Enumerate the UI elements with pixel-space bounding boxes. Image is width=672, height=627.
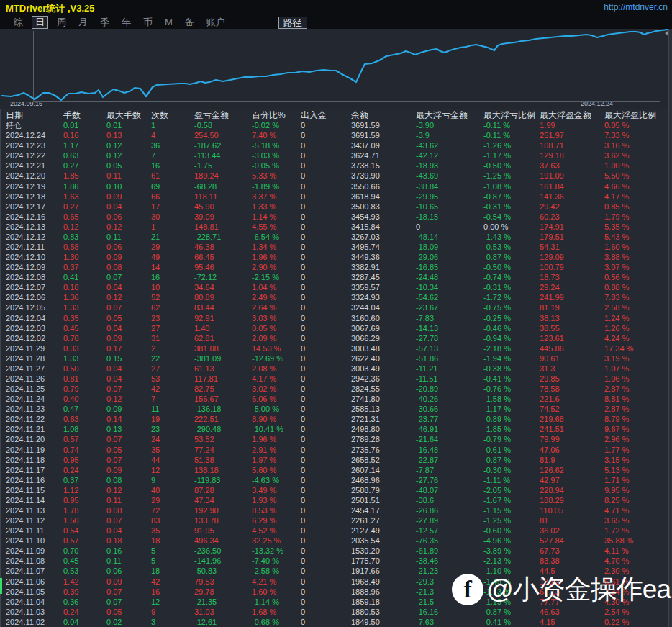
cell-max-float-profit: 90.61 xyxy=(540,353,604,364)
table-row[interactable]: 2024.11.230.470.0911-136.18-5.00 %02585.… xyxy=(1,404,672,414)
table-row[interactable]: 2024.12.130.120.121148.814.55 %03415.840… xyxy=(1,222,672,232)
cell-date: 2024.12.11 xyxy=(6,242,63,252)
table-row[interactable]: 2024.11.100.570.1818496.3432.25 %02035.5… xyxy=(1,536,672,546)
cell-max-lots: 0.06 xyxy=(106,242,151,252)
table-row[interactable]: 2024.12.030.450.04271.400.05 %03067.69-1… xyxy=(1,323,672,333)
table-row[interactable]: 2024.12.080.410.0716-72.12-2.15 %03287.4… xyxy=(1,272,672,282)
table-row[interactable]: 2024.12.101.300.094966.451.96 %03449.36-… xyxy=(1,252,672,262)
table-row[interactable]: 2024.11.170.240.0912138.185.60 %02607.14… xyxy=(1,465,672,475)
cell-balance: 3500.83 xyxy=(351,202,416,212)
cell-pnl: 496.34 xyxy=(194,536,252,546)
site-link[interactable]: http://mtdriver.cn xyxy=(604,2,668,12)
cell-max-float-loss: -57.13 xyxy=(416,343,483,353)
table-row[interactable]: 2024.11.260.810.0453117.814.17 %02942.36… xyxy=(1,374,672,384)
right-scrollbar[interactable] xyxy=(668,29,672,627)
cell-max-lots: 0.07 xyxy=(106,272,151,282)
table-row[interactable]: 2024.12.160.650.063039.091.14 %03454.93-… xyxy=(1,212,672,222)
menu-item-zhanghu[interactable]: 账户 xyxy=(203,16,229,29)
cell-pnl: 77.24 xyxy=(194,445,252,455)
cell-lots: 0.81 xyxy=(63,374,106,384)
cell-max-float-loss-ratio: -1.25 % xyxy=(483,171,540,181)
cell-inout: 0 xyxy=(301,434,351,444)
cell-max-float-loss-ratio: -0.41 % xyxy=(483,374,540,384)
table-row[interactable]: 2024.12.040.350.052392.913.03 %03160.60-… xyxy=(1,312,672,322)
cell-max-float-loss-ratio: -1.15 % xyxy=(483,505,540,515)
cell-max-lots: 0.07 xyxy=(106,384,151,394)
table-row[interactable]: 2024.11.240.400.127156.676.06 %02741.80-… xyxy=(1,394,672,404)
cell-pct: -1.89 % xyxy=(252,181,301,191)
cell-max-float-profit-ratio: 0.22 % xyxy=(604,617,666,627)
cell-inout: 0 xyxy=(301,414,351,424)
table-row[interactable]: 2024.11.270.500.042761.132.08 %03003.49-… xyxy=(1,364,672,374)
cell-max-float-loss-ratio: -1.43 % xyxy=(483,232,540,242)
menu-item-nian[interactable]: 年 xyxy=(118,16,135,29)
table-row[interactable]: 2024.12.051.330.076283.442.64 %03244.04-… xyxy=(1,302,672,312)
table-row[interactable]: 持仓0.010.011-0.58-0.02 %03691.59-3.90-0.1… xyxy=(1,120,672,130)
table-row[interactable]: 2024.12.120.830.1121-228.71-6.54 %03267.… xyxy=(1,232,672,242)
table-row[interactable]: 2024.11.131.780.0872192.908.53 %02454.17… xyxy=(1,505,672,515)
menu-item-zong[interactable]: 综 xyxy=(10,16,27,29)
cell-max-float-loss: -27.89 xyxy=(416,515,483,525)
table-row[interactable]: 2024.11.220.630.1419222.518.90 %02721.31… xyxy=(1,414,672,424)
menu-item-yue[interactable]: 月 xyxy=(75,16,91,29)
menu-item-ji[interactable]: 季 xyxy=(96,16,113,29)
cell-date: 2024.12.23 xyxy=(6,140,63,150)
table-row[interactable]: 2024.11.250.790.074282.753.02 %02824.55-… xyxy=(1,384,672,394)
table-row[interactable]: 2024.11.080.450.115-141.96-7.40 %01775.7… xyxy=(1,556,672,566)
table-row[interactable]: 2024.11.030.240.05931.031.68 %01880.53-1… xyxy=(1,607,672,617)
cell-inout: 0 xyxy=(301,242,351,252)
table-row[interactable]: 2024.12.181.630.0966118.113.37 %03618.94… xyxy=(1,191,672,202)
table-row[interactable]: 2024.11.180.950.074451.381.97 %02658.52-… xyxy=(1,455,672,465)
table-row[interactable]: 2024.11.200.570.072453.521.96 %02789.28-… xyxy=(1,434,672,444)
cell-lots: 0.57 xyxy=(63,536,106,546)
cell-max-float-profit: 4.15 xyxy=(540,617,604,627)
cell-lots: 0.45 xyxy=(63,323,106,333)
table-row[interactable]: 2024.12.020.700.093162.812.09 %03066.29-… xyxy=(1,333,672,343)
cell-max-float-profit: 129.09 xyxy=(540,252,604,262)
table-row[interactable]: 2024.11.110.540.043591.954.52 %02127.49-… xyxy=(1,525,672,536)
cell-max-lots: 0.04 xyxy=(106,202,151,212)
table-row[interactable]: 2024.11.121.500.0783133.786.29 %02261.27… xyxy=(1,515,672,525)
table-row[interactable]: 2024.11.140.950.112947.341.93 %02501.51-… xyxy=(1,495,672,505)
table-row[interactable]: 2024.11.020.040.023-12.61-0.68 %01849.50… xyxy=(1,617,672,627)
table-row[interactable]: 2024.11.190.740.053577.242.91 %02735.76-… xyxy=(1,445,672,455)
menu-item-bei[interactable]: 备 xyxy=(181,16,198,29)
table-row[interactable]: 2024.11.211.080.1323-290.48-10.41 %02498… xyxy=(1,424,672,434)
cell-inout: 0 xyxy=(301,475,351,485)
cell-lots: 0.65 xyxy=(63,212,106,222)
table-row[interactable]: 2024.12.090.370.081495.462.90 %03382.91-… xyxy=(1,262,672,272)
menu-item-zhou[interactable]: 周 xyxy=(53,16,70,29)
table-row[interactable]: 2024.11.290.330.172381.0814.53 %03003.48… xyxy=(1,343,672,353)
menu-item-ri[interactable]: 日 xyxy=(32,16,48,29)
cell-max-float-profit-ratio: 4.24 % xyxy=(604,333,666,343)
table-row[interactable]: 2024.12.061.360.125280.892.49 %03324.93-… xyxy=(1,292,672,302)
cell-max-lots: 0.10 xyxy=(106,181,151,191)
table-row[interactable]: 2024.11.281.330.1522-381.09-12.69 %02622… xyxy=(1,353,672,364)
menu-item-m[interactable]: M xyxy=(161,16,176,29)
table-row[interactable]: 2024.12.110.580.062946.381.34 %03495.74-… xyxy=(1,242,672,252)
cell-date: 2024.12.10 xyxy=(6,252,63,262)
table-row[interactable]: 2024.11.151.120.124087.283.49 %02588.79-… xyxy=(1,485,672,495)
table-row[interactable]: 2024.12.201.850.1161189.245.33 %03739.90… xyxy=(1,171,672,181)
table-row[interactable]: 2024.12.191.860.1069-68.28-1.89 %03550.6… xyxy=(1,181,672,191)
cell-max-float-profit: 79.99 xyxy=(540,434,604,444)
cell-pct: 1.33 % xyxy=(252,202,301,212)
cell-inout: 0 xyxy=(301,597,351,607)
cell-date: 2024.12.19 xyxy=(6,181,63,191)
cell-balance: 2658.52 xyxy=(351,455,416,465)
table-row[interactable]: 2024.11.160.370.089-119.83-4.63 %02468.9… xyxy=(1,475,672,485)
table-row[interactable]: 2024.12.220.630.127-113.44-3.03 %03624.7… xyxy=(1,150,672,161)
cell-lots: 1.42 xyxy=(63,577,106,587)
table-row[interactable]: 2024.12.231.170.1236-187.62-5.18 %03437.… xyxy=(1,140,672,150)
cell-lots: 1.17 xyxy=(63,140,106,150)
table-row[interactable]: 2024.12.070.180.041034.641.04 %03359.57-… xyxy=(1,282,672,292)
cell-max-float-profit-ratio: 4.66 % xyxy=(604,181,666,191)
table-row[interactable]: 2024.11.090.700.165-236.50-13.32 %01539.… xyxy=(1,546,672,556)
menu-item-bi[interactable]: 币 xyxy=(140,16,156,29)
cell-max-float-profit: 129.18 xyxy=(540,150,604,161)
table-row[interactable]: 2024.12.170.270.041745.901.33 %03500.83-… xyxy=(1,202,672,212)
cell-date: 2024.11.15 xyxy=(6,485,63,495)
table-row[interactable]: 2024.12.240.160.134254.507.40 %03691.59-… xyxy=(1,130,672,140)
table-row[interactable]: 2024.12.210.270.0516-1.75-0.05 %03738.15… xyxy=(1,161,672,171)
path-button[interactable]: 路径 xyxy=(278,17,307,29)
